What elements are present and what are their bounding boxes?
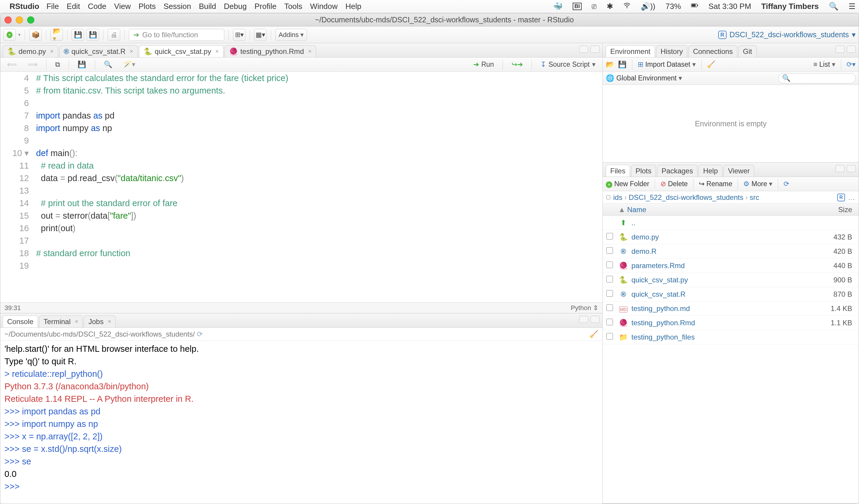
tab-demo-py[interactable]: 🐍demo.py×: [3, 45, 58, 57]
view-mode-dropdown[interactable]: ≡ List: [813, 61, 835, 68]
file-name[interactable]: testing_python.Rmd: [631, 319, 813, 327]
addins-dropdown[interactable]: Addins: [275, 29, 307, 41]
spotlight-icon[interactable]: 🔍: [829, 2, 839, 11]
input-icon[interactable]: BI: [573, 3, 582, 10]
airplay-icon[interactable]: ⎚: [592, 2, 597, 11]
menu-build[interactable]: Build: [199, 2, 216, 11]
file-row[interactable]: 🐍quick_csv_stat.py900 B: [603, 273, 859, 287]
rerun-icon[interactable]: ↪➔: [508, 59, 527, 70]
path-breadcrumb[interactable]: ids › DSCI_522_dsci-workflows_students ›…: [603, 191, 859, 204]
menu-code[interactable]: Code: [88, 2, 106, 11]
file-checkbox[interactable]: [606, 262, 613, 268]
source-script-button[interactable]: ↧ Source Script: [537, 59, 600, 70]
maximize-pane-icon[interactable]: [590, 316, 600, 323]
console-output[interactable]: 'help.start()' for an HTML browser inter…: [0, 341, 603, 504]
tab-console[interactable]: Console: [3, 315, 38, 327]
app-name[interactable]: RStudio: [10, 2, 40, 11]
file-checkbox[interactable]: [606, 319, 613, 325]
minimize-button[interactable]: [16, 16, 23, 23]
new-project-button[interactable]: 📦: [29, 29, 42, 41]
col-size[interactable]: Size: [813, 206, 855, 214]
file-row[interactable]: 🐍demo.py432 B: [603, 230, 859, 244]
col-name[interactable]: Name: [627, 206, 813, 214]
save-ws-icon[interactable]: 💾: [618, 61, 627, 68]
tab-git[interactable]: Git: [738, 45, 757, 57]
clear-console-icon[interactable]: 🧹: [589, 330, 598, 338]
delete-button[interactable]: ⊘ Delete: [660, 180, 688, 188]
tab-packages[interactable]: Packages: [657, 165, 697, 177]
file-row[interactable]: ®demo.R420 B: [603, 244, 859, 258]
file-checkbox[interactable]: [606, 290, 613, 297]
file-name[interactable]: testing_python_files: [631, 333, 813, 341]
zoom-button[interactable]: [27, 16, 34, 23]
wand-icon[interactable]: 🪄▾: [119, 59, 139, 70]
menu-session[interactable]: Session: [164, 2, 191, 11]
rproj-icon[interactable]: R: [837, 194, 845, 201]
run-button[interactable]: ➔ Run: [469, 59, 498, 70]
up-dir-row[interactable]: ⬆ ..: [603, 216, 859, 230]
save-icon[interactable]: 💾: [74, 59, 90, 70]
file-checkbox[interactable]: [606, 333, 613, 340]
file-row[interactable]: ®quick_csv_stat.R870 B: [603, 287, 859, 301]
tab-terminal[interactable]: Terminal×: [39, 315, 82, 327]
minimize-pane-icon[interactable]: [835, 165, 844, 172]
refresh-icon[interactable]: ⟳▾: [846, 61, 856, 68]
print-button[interactable]: 🖨: [108, 29, 120, 41]
language-selector[interactable]: Python ⇕: [571, 304, 598, 312]
crumb-segment[interactable]: DSCI_522_dsci-workflows_students: [629, 193, 743, 201]
goto-file-input[interactable]: ➔ Go to file/function: [129, 29, 224, 41]
tab-connections[interactable]: Connections: [689, 45, 737, 57]
menu-tools[interactable]: Tools: [284, 2, 302, 11]
panes-button[interactable]: ▦▾: [254, 29, 267, 41]
popout-icon[interactable]: ⧉: [51, 59, 64, 70]
maximize-pane-icon[interactable]: [847, 46, 856, 53]
import-dataset-dropdown[interactable]: ⊞ Import Dataset: [638, 61, 696, 68]
overflow-icon[interactable]: …: [848, 193, 855, 202]
clear-env-icon[interactable]: 🧹: [707, 61, 715, 68]
file-name[interactable]: demo.py: [631, 233, 813, 241]
file-row[interactable]: MDtesting_python.md1.4 KB: [603, 301, 859, 316]
file-name[interactable]: quick_csv_stat.py: [631, 276, 813, 284]
volume-icon[interactable]: 🔊)): [641, 2, 655, 11]
close-tab-icon[interactable]: ×: [108, 318, 111, 325]
bluetooth-icon[interactable]: ✱: [607, 2, 613, 11]
file-name[interactable]: testing_python.md: [631, 304, 813, 313]
tab-testing_python-Rmd[interactable]: 🧶testing_python.Rmd×: [225, 45, 316, 57]
sort-icon[interactable]: ▲: [618, 206, 626, 214]
crumb-segment[interactable]: ids: [613, 193, 622, 201]
code-editor[interactable]: 45678910 ▾111213141516171819 # This scri…: [0, 72, 603, 302]
minimize-pane-icon[interactable]: [835, 46, 844, 53]
docker-icon[interactable]: 🐳: [553, 2, 562, 11]
grid-button[interactable]: ⊞▾: [233, 29, 245, 41]
username[interactable]: Tiffany Timbers: [761, 2, 819, 11]
close-tab-icon[interactable]: ×: [130, 48, 133, 55]
file-name[interactable]: demo.R: [631, 247, 813, 255]
env-scope-dropdown[interactable]: 🌐 Global Environment: [606, 74, 682, 82]
open-file-button[interactable]: 📂▾: [50, 29, 63, 41]
maximize-pane-icon[interactable]: [847, 165, 856, 172]
rename-button[interactable]: ↪ Rename: [699, 180, 732, 188]
menu-view[interactable]: View: [114, 2, 131, 11]
load-ws-icon[interactable]: 📂: [606, 61, 614, 68]
close-tab-icon[interactable]: ×: [75, 318, 78, 325]
close-tab-icon[interactable]: ×: [215, 48, 219, 55]
tab-plots[interactable]: Plots: [631, 165, 656, 177]
tab-history[interactable]: History: [656, 45, 688, 57]
save-button[interactable]: 💾: [72, 29, 84, 41]
fwd-button[interactable]: ⟹: [24, 59, 42, 70]
back-button[interactable]: ⟸: [3, 59, 21, 70]
search-icon[interactable]: 🔍: [100, 59, 116, 70]
project-dropdown[interactable]: R DSCI_522_dsci-workflows_students ▾: [718, 30, 856, 39]
close-button[interactable]: [4, 16, 12, 23]
minimize-pane-icon[interactable]: [579, 316, 588, 323]
env-search-input[interactable]: 🔍: [778, 73, 856, 83]
file-name[interactable]: parameters.Rmd: [631, 262, 813, 270]
tab-jobs[interactable]: Jobs×: [84, 315, 116, 327]
refresh-files-icon[interactable]: ⟳: [784, 180, 789, 188]
file-checkbox[interactable]: [606, 276, 613, 282]
more-dropdown[interactable]: ⚙ More: [743, 180, 772, 188]
file-row[interactable]: 🧶parameters.Rmd440 B: [603, 258, 859, 273]
file-name[interactable]: quick_csv_stat.R: [631, 290, 813, 298]
new-folder-button[interactable]: + New Folder: [606, 180, 649, 188]
close-tab-icon[interactable]: ×: [308, 48, 312, 55]
